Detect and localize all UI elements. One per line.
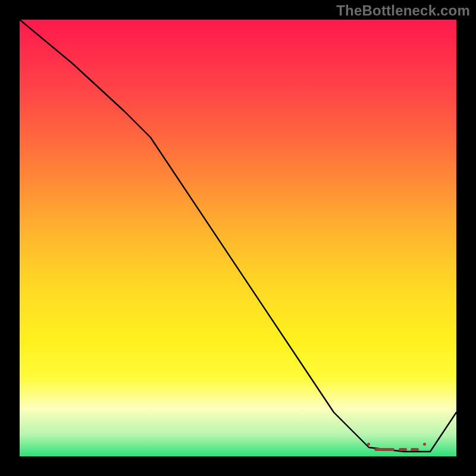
plot-background-gradient [20, 20, 456, 456]
chart-frame: TheBottleneck.com [0, 0, 476, 476]
watermark-text: TheBottleneck.com [336, 2, 470, 19]
